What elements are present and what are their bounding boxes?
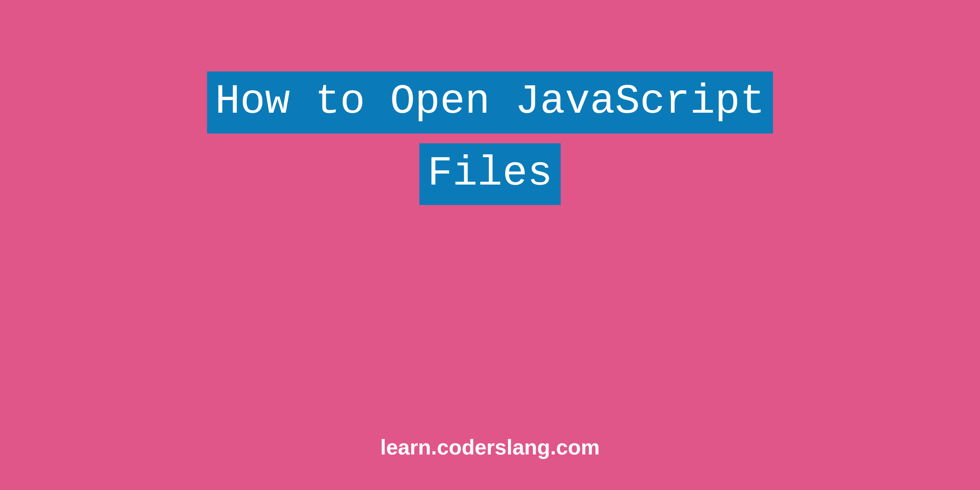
- title-line-1: How to Open JavaScript: [207, 71, 773, 134]
- footer-url: learn.coderslang.com: [380, 435, 600, 459]
- title-block: How to Open JavaScript Files: [0, 71, 980, 205]
- title-line-2: Files: [419, 143, 561, 205]
- footer: learn.coderslang.com: [0, 435, 980, 459]
